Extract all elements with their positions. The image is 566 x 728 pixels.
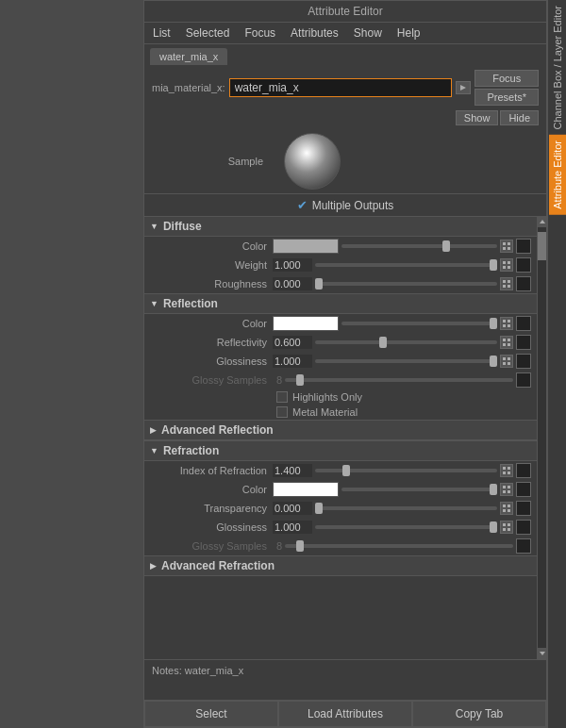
node-icon-1[interactable] [456, 81, 471, 94]
refr-glossiness-icon2[interactable] [516, 520, 531, 535]
scroll-down-icon [540, 652, 545, 655]
transparency-icon2[interactable] [516, 501, 531, 516]
focus-button[interactable]: Focus [474, 70, 539, 87]
reflection-section-header[interactable]: ▼ Reflection [144, 293, 537, 314]
ior-icon2[interactable] [516, 463, 531, 478]
channel-box-tab[interactable]: Channel Box / Layer Editor [549, 0, 566, 135]
diffuse-roughness-input[interactable] [273, 277, 312, 290]
metal-material-checkbox[interactable] [276, 406, 288, 418]
diffuse-section-header[interactable]: ▼ Diffuse [144, 216, 537, 237]
refl-glossy-icon2[interactable] [516, 372, 531, 388]
ior-icon1[interactable] [500, 464, 513, 477]
refl-glossiness-icon2[interactable] [516, 354, 531, 369]
advanced-refraction-header[interactable]: ▶ Advanced Refraction [144, 555, 537, 576]
diffuse-weight-slider[interactable] [315, 263, 497, 267]
diffuse-color-icon2[interactable] [516, 239, 531, 254]
transparency-row: Transparency [144, 499, 537, 518]
scroll-area[interactable]: ▼ Diffuse Color [144, 216, 537, 659]
scroll-track[interactable] [538, 227, 546, 648]
attribute-editor-tab[interactable]: Attribute Editor [549, 135, 566, 215]
diffuse-roughness-icon1[interactable] [500, 277, 513, 290]
diffuse-roughness-label: Roughness [150, 278, 273, 290]
metal-material-row: Metal Material [144, 405, 537, 420]
diffuse-weight-icon2[interactable] [516, 257, 531, 273]
menu-bar: List Selected Focus Attributes Show Help [144, 23, 546, 44]
reflectivity-input[interactable] [273, 336, 312, 349]
reflection-color-swatch[interactable] [273, 316, 339, 331]
refraction-color-slider[interactable] [341, 488, 497, 491]
transparency-icon1[interactable] [500, 502, 513, 515]
multiple-outputs-row: ✔ Multiple Outputs [144, 194, 546, 216]
refl-glossy-samples-slider[interactable] [285, 378, 513, 382]
scroll-down-button[interactable] [538, 648, 546, 659]
notes-label: Notes: water_mia_x [152, 665, 243, 676]
refraction-color-icon1[interactable] [500, 483, 513, 496]
reflectivity-icon2[interactable] [516, 335, 531, 350]
left-panel [0, 0, 143, 728]
tab-water-mia-x[interactable]: water_mia_x [150, 48, 227, 65]
menu-selected[interactable]: Selected [183, 25, 233, 41]
refl-glossiness-input[interactable] [273, 355, 312, 368]
refraction-color-icon2[interactable] [516, 482, 531, 497]
diffuse-color-icon1[interactable] [500, 240, 513, 253]
highlights-only-row: Highlights Only [144, 389, 537, 405]
copy-tab-button[interactable]: Copy Tab [412, 701, 546, 727]
refl-glossiness-icon1[interactable] [500, 355, 513, 368]
hide-button[interactable]: Hide [500, 110, 539, 125]
highlights-only-checkbox[interactable] [276, 391, 288, 403]
adv-refl-triangle: ▶ [150, 425, 157, 435]
scroll-up-button[interactable] [538, 216, 546, 227]
reflection-color-icon2[interactable] [516, 316, 531, 331]
menu-show[interactable]: Show [351, 25, 385, 41]
diffuse-color-swatch[interactable] [273, 239, 339, 254]
menu-help[interactable]: Help [394, 25, 424, 41]
diffuse-roughness-icon2[interactable] [516, 276, 531, 291]
ior-input[interactable] [273, 464, 312, 477]
scroll-thumb[interactable] [538, 232, 546, 260]
checkbox-checked-icon[interactable]: ✔ [297, 198, 308, 212]
refr-glossiness-input[interactable] [273, 521, 312, 534]
diffuse-weight-icon1[interactable] [500, 258, 513, 272]
refr-glossiness-slider[interactable] [315, 525, 497, 529]
show-hide-row: Show Hide [144, 110, 546, 129]
scrollbar[interactable] [537, 216, 546, 659]
show-button[interactable]: Show [456, 110, 499, 125]
transparency-slider[interactable] [315, 506, 497, 510]
diffuse-roughness-row: Roughness [144, 274, 537, 293]
reflectivity-icon1[interactable] [500, 336, 513, 349]
refr-glossy-icon2[interactable] [516, 538, 531, 554]
highlights-only-label: Highlights Only [292, 391, 362, 403]
refl-glossiness-slider[interactable] [315, 359, 497, 363]
multiple-outputs-label: Multiple Outputs [312, 199, 394, 212]
reflection-color-slider[interactable] [341, 322, 497, 325]
menu-attributes[interactable]: Attributes [288, 25, 341, 41]
menu-list[interactable]: List [150, 25, 174, 41]
reflectivity-row: Reflectivity [144, 333, 537, 352]
diffuse-color-slider[interactable] [341, 244, 497, 248]
refraction-title: Refraction [163, 444, 219, 457]
node-name-input[interactable] [229, 78, 453, 97]
advanced-reflection-header[interactable]: ▶ Advanced Reflection [144, 420, 537, 440]
diffuse-weight-input[interactable] [273, 258, 312, 272]
select-button[interactable]: Select [144, 701, 278, 727]
advanced-reflection-title: Advanced Reflection [161, 423, 274, 437]
diffuse-triangle: ▼ [150, 222, 158, 231]
load-attributes-button[interactable]: Load Attributes [278, 701, 412, 727]
window-title: Attribute Editor [308, 5, 382, 18]
refr-glossiness-icon1[interactable] [500, 521, 513, 534]
sample-label: Sample [228, 156, 269, 167]
reflectivity-slider[interactable] [315, 340, 497, 344]
refraction-section-header[interactable]: ▼ Refraction [144, 440, 537, 461]
refr-glossy-samples-label: Glossy Samples [150, 540, 273, 552]
refraction-triangle: ▼ [150, 446, 158, 455]
menu-focus[interactable]: Focus [241, 25, 278, 41]
presets-button[interactable]: Presets* [474, 89, 539, 106]
diffuse-color-row: Color [144, 237, 537, 256]
transparency-input[interactable] [273, 502, 312, 515]
reflection-color-icon1[interactable] [500, 317, 513, 330]
diffuse-weight-row: Weight [144, 256, 537, 274]
refr-glossy-slider[interactable] [285, 544, 513, 548]
diffuse-roughness-slider[interactable] [315, 282, 497, 286]
refraction-color-swatch[interactable] [273, 482, 339, 497]
ior-slider[interactable] [315, 469, 497, 472]
